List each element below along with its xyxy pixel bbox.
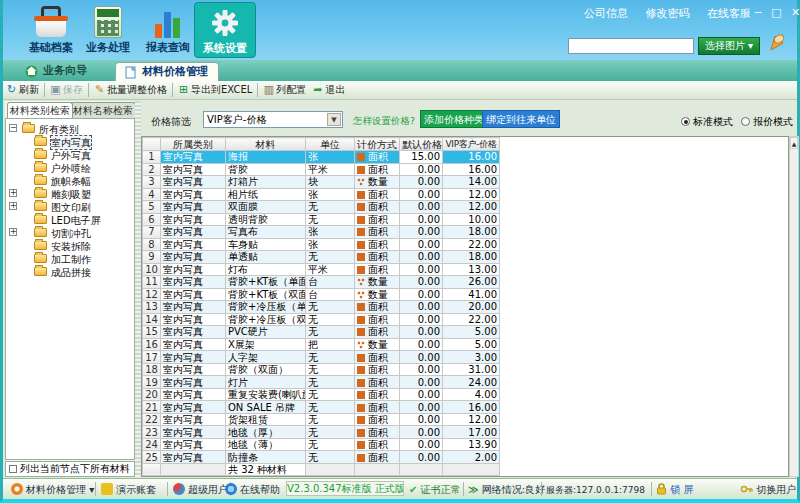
horn-icon[interactable] bbox=[767, 32, 787, 52]
collapse-icon[interactable]: − bbox=[9, 124, 17, 132]
pick-image-button[interactable]: 选择图片 ▾ bbox=[698, 37, 760, 55]
col-method[interactable]: 计价方式 bbox=[355, 138, 400, 151]
refresh-button[interactable]: ↻刷新 bbox=[3, 81, 42, 99]
status-help[interactable]: 在线帮助 bbox=[225, 483, 280, 497]
price-help-link[interactable]: 怎样设置价格? bbox=[353, 115, 415, 128]
table-row[interactable]: 14室内写真背胶+冷压板（双面）无面积0.0022.00 bbox=[143, 313, 500, 326]
image-search-input[interactable] bbox=[568, 38, 694, 54]
col-default-price[interactable]: 默认价格 bbox=[400, 138, 443, 151]
table-row[interactable]: 15室内写真PVC硬片无面积0.005.00 bbox=[143, 326, 500, 339]
expand-icon[interactable]: + bbox=[9, 228, 17, 236]
table-row[interactable]: 1室内写真海报张面积15.0016.00 bbox=[143, 151, 500, 164]
table-row[interactable]: 7室内写真写真布张面积0.0018.00 bbox=[143, 226, 500, 239]
tree-item[interactable]: 户外写真 bbox=[6, 148, 134, 161]
dropdown-arrow-icon: ▼ bbox=[327, 113, 341, 126]
table-row[interactable]: 18室内写真背胶（双面）无面积0.0031.00 bbox=[143, 363, 500, 376]
col-category[interactable]: 所属类别 bbox=[161, 138, 226, 151]
table-row[interactable]: 24室内写真地毯（薄）无面积0.0013.90 bbox=[143, 438, 500, 451]
export-excel-button[interactable]: ⊞导出到EXCEL bbox=[175, 81, 255, 99]
vertical-scrollbar[interactable]: ▲ bbox=[789, 136, 799, 477]
column-config-button[interactable]: ▥列配置 bbox=[260, 81, 309, 99]
table-row[interactable]: 17室内写真人字架无面积0.003.00 bbox=[143, 351, 500, 364]
quantity-icon bbox=[357, 291, 365, 299]
folder-icon bbox=[34, 267, 47, 276]
table-row[interactable]: 11室内写真背胶+KT板（单面）台数量0.0026.00 bbox=[143, 276, 500, 289]
tree-item[interactable]: LED电子屏 bbox=[6, 213, 134, 226]
col-unit[interactable]: 单位 bbox=[306, 138, 355, 151]
tree-item[interactable]: +雕刻吸塑 bbox=[6, 187, 134, 200]
table-row[interactable]: 10室内写真灯布平米面积0.0013.00 bbox=[143, 263, 500, 276]
col-material[interactable]: 材料 bbox=[226, 138, 306, 151]
status-user[interactable]: 超级用户 bbox=[173, 483, 228, 497]
maximize-button[interactable]: □ bbox=[771, 6, 781, 19]
document-icon bbox=[124, 66, 137, 79]
table-row[interactable]: 16室内写真X展架把数量0.005.00 bbox=[143, 338, 500, 351]
lock-screen-button[interactable]: 锁 屏 bbox=[656, 483, 693, 497]
area-icon bbox=[357, 328, 365, 336]
nav-system-settings[interactable]: 系统设置 bbox=[194, 2, 256, 58]
expand-icon[interactable]: + bbox=[9, 189, 17, 197]
nav-basic-archives[interactable]: 基础档案 bbox=[20, 2, 82, 58]
table-row[interactable]: 25室内写真防撞条无面积0.002.00 bbox=[143, 451, 500, 464]
area-icon bbox=[357, 166, 365, 174]
bind-customer-button[interactable]: 绑定到往来单位 bbox=[482, 110, 560, 128]
tab-material-price[interactable]: 材料价格管理 bbox=[115, 62, 219, 81]
area-icon bbox=[357, 441, 365, 449]
table-row[interactable]: 6室内写真透明背胶无面积0.0010.00 bbox=[143, 213, 500, 226]
area-icon bbox=[357, 303, 365, 311]
tree-item[interactable]: 成品拼接 bbox=[6, 265, 134, 278]
area-icon bbox=[357, 391, 365, 399]
tree-item[interactable]: +切割冲孔 bbox=[6, 226, 134, 239]
tree-item[interactable]: 旗帜条幅 bbox=[6, 174, 134, 187]
table-row[interactable]: 12室内写真背胶+KT板（双面）台数量0.0041.00 bbox=[143, 288, 500, 301]
table-row[interactable]: 3室内写真灯箱片块数量0.0014.00 bbox=[143, 176, 500, 189]
table-row[interactable]: 22室内写真货架租赁无面积0.0012.00 bbox=[143, 413, 500, 426]
menu-change-password[interactable]: 修改密码 bbox=[646, 7, 690, 20]
tree-item[interactable]: 室内写真 bbox=[6, 135, 134, 148]
table-row[interactable]: 5室内写真双面膜无面积0.0012.00 bbox=[143, 201, 500, 214]
price-type-dropdown[interactable]: VIP客户-价格▼ bbox=[203, 111, 343, 128]
area-icon bbox=[357, 153, 365, 161]
save-button[interactable]: ▣保存 bbox=[47, 81, 86, 99]
refresh-icon: ↻ bbox=[5, 83, 18, 96]
scroll-up-icon[interactable]: ▲ bbox=[790, 137, 798, 149]
tree-item[interactable]: 加工制作 bbox=[6, 252, 134, 265]
standard-mode-radio[interactable]: 标准模式 bbox=[681, 115, 733, 129]
table-row[interactable]: 9室内写真单透贴无面积0.0018.00 bbox=[143, 251, 500, 264]
area-icon bbox=[357, 316, 365, 324]
tree-root[interactable]: −所有类别 bbox=[6, 122, 134, 135]
tab-business-wizard[interactable]: 业务向导 bbox=[17, 62, 97, 81]
table-row[interactable]: 4室内写真相片纸张面积0.0012.00 bbox=[143, 188, 500, 201]
close-button[interactable]: ✕ bbox=[791, 6, 800, 19]
minimize-button[interactable]: ─ bbox=[755, 6, 762, 19]
col-vip-price[interactable]: VIP客户-价格 bbox=[443, 138, 500, 151]
menu-company-info[interactable]: 公司信息 bbox=[584, 7, 628, 20]
status-account[interactable]: 演示账套 bbox=[101, 483, 156, 497]
batch-adjust-button[interactable]: ✎批量调整价格 bbox=[91, 81, 170, 99]
table-row[interactable]: 23室内写真地毯（厚）无面积0.0017.00 bbox=[143, 426, 500, 439]
status-module[interactable]: 材料价格管理 ▾ bbox=[11, 483, 94, 497]
menu-online-service[interactable]: 在线客服 bbox=[707, 7, 751, 20]
table-row[interactable]: 20室内写真重复安装费(喇叭旗/门型无面积0.004.00 bbox=[143, 388, 500, 401]
list-all-checkbox[interactable]: 列出当前节点下所有材料 bbox=[5, 461, 135, 477]
nav-report-query[interactable]: 报表查询 bbox=[137, 2, 199, 58]
table-row[interactable]: 2室内写真背胶平米面积0.0016.00 bbox=[143, 163, 500, 176]
nav-business-process[interactable]: 业务处理 bbox=[77, 2, 139, 58]
tab-category-search[interactable]: 材料类别检索 bbox=[7, 102, 73, 118]
switch-user-button[interactable]: 切换用户 bbox=[740, 483, 796, 497]
tab-name-search[interactable]: 材料名称检索 bbox=[70, 102, 136, 118]
table-row[interactable]: 13室内写真背胶+冷压板（单面）无面积0.0020.00 bbox=[143, 301, 500, 314]
price-table: 所属类别 材料 单位 计价方式 默认价格 VIP客户-价格 1室内写真海报张面积… bbox=[141, 136, 789, 477]
tree-item[interactable]: 安装拆除 bbox=[6, 239, 134, 252]
table-row[interactable]: 21室内写真ON SALE 吊牌无面积0.0016.00 bbox=[143, 401, 500, 414]
price-filter-label: 价格筛选 bbox=[151, 115, 191, 129]
table-row[interactable]: 19室内写真灯片无面积0.0024.00 bbox=[143, 376, 500, 389]
tree-item[interactable]: +图文印刷 bbox=[6, 200, 134, 213]
area-icon bbox=[357, 404, 365, 412]
tree-item[interactable]: 户外喷绘 bbox=[6, 161, 134, 174]
exit-button[interactable]: ➦退出 bbox=[309, 81, 348, 99]
expand-icon[interactable]: + bbox=[9, 202, 17, 210]
quote-mode-radio[interactable]: 报价模式 bbox=[741, 115, 793, 129]
add-price-type-button[interactable]: 添加价格种类 bbox=[420, 110, 488, 128]
table-row[interactable]: 8室内写真车身贴张面积0.0022.00 bbox=[143, 238, 500, 251]
